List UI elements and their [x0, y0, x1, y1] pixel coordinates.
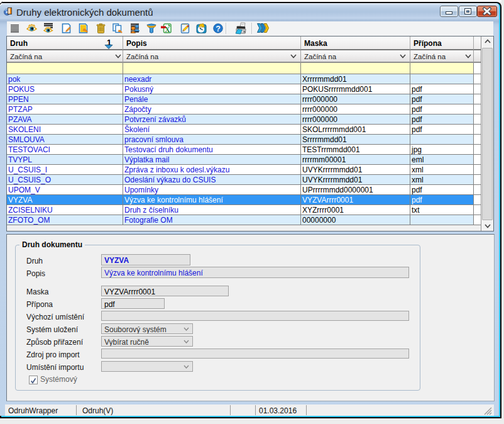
svg-text:X: X [165, 26, 170, 33]
svg-text:?: ? [216, 25, 221, 33]
